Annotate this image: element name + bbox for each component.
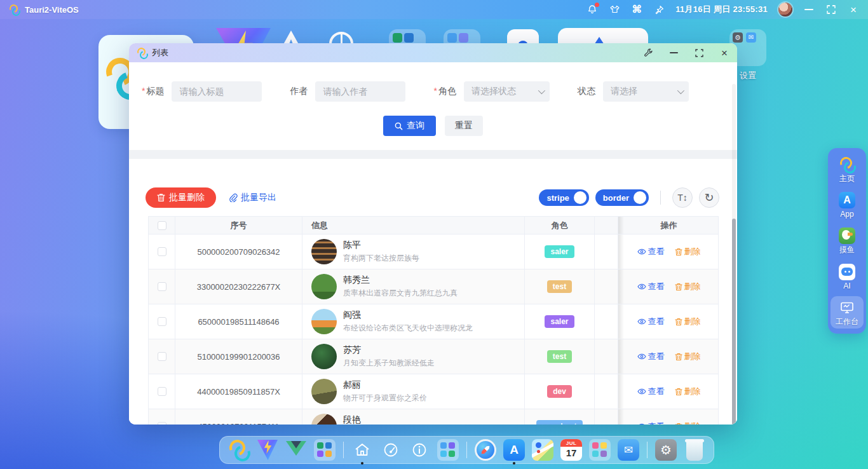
role-badge: test xyxy=(547,280,572,293)
notification-badge xyxy=(595,3,599,7)
person-icon xyxy=(447,33,457,43)
dock-trash-icon[interactable] xyxy=(682,437,707,463)
border-toggle[interactable]: border xyxy=(595,189,649,206)
clock[interactable]: 11月16日 周日 23:55:31 xyxy=(675,4,768,15)
dock-settings-icon[interactable]: ⚙ xyxy=(653,437,679,463)
delete-link[interactable]: 删除 xyxy=(675,316,701,327)
desktop: ⚙ ✉ 设置 Tauri2-ViteOS ⌘ 11月16日 周日 23:55:3… xyxy=(0,0,868,469)
sidebar-item-ai[interactable]: AI xyxy=(831,261,864,293)
empty-cell xyxy=(595,304,618,339)
delete-link[interactable]: 删除 xyxy=(675,386,701,397)
field-author: 作者 xyxy=(290,81,405,102)
os-title: Tauri2-ViteOS xyxy=(25,5,79,15)
batch-export-link[interactable]: 批量导出 xyxy=(229,192,276,203)
row-desc: 质率林出道容层文青九第红总九真 xyxy=(343,288,458,299)
row-id: 650000198511148646 xyxy=(175,304,302,339)
view-link[interactable]: 查看 xyxy=(637,316,665,327)
dock-info-icon[interactable] xyxy=(407,437,432,463)
text-size-button[interactable]: T↕ xyxy=(672,187,693,208)
system-minimize-button[interactable] xyxy=(803,4,815,15)
trash-icon xyxy=(675,353,682,361)
search-button[interactable]: 查询 xyxy=(383,116,436,136)
delete-link[interactable]: 删除 xyxy=(675,421,701,425)
sidebar-item-app[interactable]: AApp xyxy=(831,189,864,221)
window-scrollbar-thumb[interactable] xyxy=(732,219,736,425)
delete-link[interactable]: 删除 xyxy=(675,351,701,362)
row-checkbox[interactable] xyxy=(149,409,175,425)
search-icon xyxy=(395,122,403,130)
people-icon xyxy=(459,33,468,43)
field-title: *标题 xyxy=(142,81,262,102)
row-name: 韩秀兰 xyxy=(343,275,458,286)
row-name: 陈平 xyxy=(343,240,419,251)
batch-delete-button[interactable]: 批量删除 xyxy=(146,187,216,208)
row-checkbox[interactable] xyxy=(149,269,175,304)
sidebar-item-duck[interactable]: 摸鱼 xyxy=(831,224,864,257)
author-input[interactable] xyxy=(315,81,405,102)
dock-folder-folder-icon[interactable] xyxy=(312,437,337,463)
eye-icon xyxy=(637,247,646,256)
tauri-logo-icon xyxy=(839,156,855,173)
pin-icon[interactable] xyxy=(653,4,665,15)
dock-vue-icon[interactable] xyxy=(283,437,309,463)
dock-divider xyxy=(343,442,344,458)
role-badge: saler xyxy=(545,315,574,328)
row-checkbox[interactable] xyxy=(149,374,175,409)
sheet-icon xyxy=(393,33,402,43)
view-link[interactable]: 查看 xyxy=(637,246,665,257)
dock-appstore-icon[interactable]: A xyxy=(501,437,527,463)
view-link[interactable]: 查看 xyxy=(637,351,665,362)
refresh-button[interactable]: ↻ xyxy=(699,187,719,208)
sidebar-item-label: AI xyxy=(843,282,850,290)
field-status: 状态 请选择 xyxy=(578,81,689,102)
dock-tauri-icon[interactable] xyxy=(226,437,252,463)
row-checkbox[interactable] xyxy=(149,304,175,339)
view-link[interactable]: 查看 xyxy=(637,386,665,397)
role-select[interactable]: 请选择状态 xyxy=(464,81,550,102)
field-author-label: 作者 xyxy=(290,86,308,97)
select-all-checkbox[interactable] xyxy=(149,217,175,234)
row-id: 33000020230222677X xyxy=(175,269,302,304)
window-tools-icon[interactable] xyxy=(643,48,653,58)
dock-calendar-icon[interactable]: JUL17 xyxy=(559,437,584,463)
system-close-button[interactable]: × xyxy=(848,4,859,15)
row-avatar xyxy=(311,414,337,425)
command-icon[interactable]: ⌘ xyxy=(631,4,642,15)
view-link[interactable]: 查看 xyxy=(637,281,665,292)
title-input[interactable] xyxy=(172,81,262,102)
dock-folder-folder-icon[interactable] xyxy=(435,437,461,463)
header-id: 序号 xyxy=(175,217,302,234)
row-checkbox[interactable] xyxy=(149,339,175,374)
user-avatar[interactable] xyxy=(778,3,792,17)
table-row: 500000200709026342陈平育构两下老达按层族每saler查看删除 xyxy=(149,234,719,269)
stripe-toggle[interactable]: stripe xyxy=(539,189,588,206)
delete-link[interactable]: 删除 xyxy=(675,246,701,257)
status-select[interactable]: 请选择 xyxy=(603,81,689,102)
dock-dashboard-icon[interactable] xyxy=(378,437,403,463)
view-link[interactable]: 查看 xyxy=(637,421,665,425)
data-table: 序号 信息 角色 操作 500000200709026342陈平育构两下老达按层… xyxy=(148,216,719,425)
window-titlebar[interactable]: 列表 × xyxy=(129,43,737,62)
dock: AJUL17✉⚙ xyxy=(219,436,714,464)
header-info: 信息 xyxy=(302,217,525,234)
dock-folder-folder-icon[interactable] xyxy=(587,437,613,463)
ai-robot-icon xyxy=(839,264,855,280)
theme-skin-icon[interactable] xyxy=(609,4,620,15)
delete-link[interactable]: 删除 xyxy=(675,281,701,292)
dock-maps-icon[interactable] xyxy=(530,437,555,463)
dock-safari-icon[interactable] xyxy=(473,437,498,463)
sidebar-item-tauri[interactable]: 主页 xyxy=(831,153,864,186)
window-minimize-button[interactable] xyxy=(668,48,679,58)
window-fullscreen-button[interactable] xyxy=(694,48,704,58)
sidebar-item-work[interactable]: 工作台 xyxy=(831,296,864,329)
reset-button[interactable]: 重置 xyxy=(445,116,483,136)
system-expand-button[interactable] xyxy=(825,4,837,15)
quick-sidebar: 主页AApp摸鱼AI工作台 xyxy=(828,148,866,334)
notification-bell-icon[interactable] xyxy=(587,4,598,15)
row-checkbox[interactable] xyxy=(149,234,175,269)
dock-mail-icon[interactable]: ✉ xyxy=(616,437,641,463)
dock-home-icon[interactable] xyxy=(349,437,375,463)
window-close-button[interactable]: × xyxy=(719,48,729,58)
table-card: 批量删除 批量导出 stripe border T↕ ↻ xyxy=(129,178,737,425)
dock-vite-icon[interactable] xyxy=(255,437,280,463)
